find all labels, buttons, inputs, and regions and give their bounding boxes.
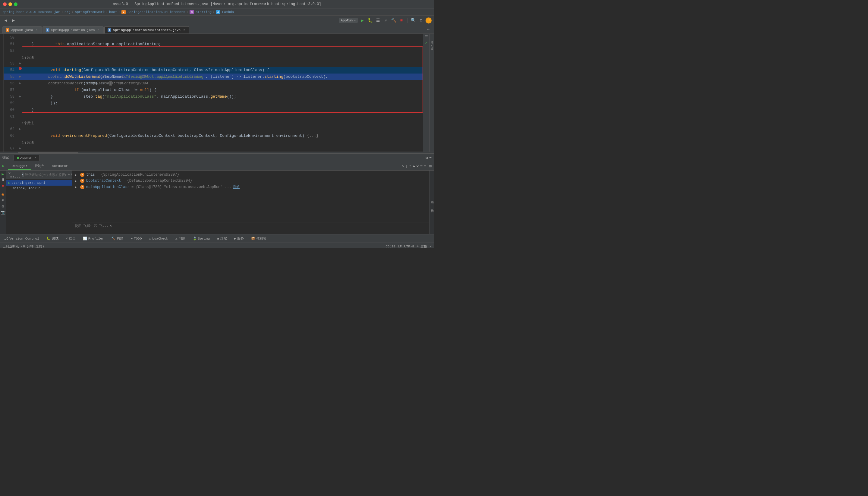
stop-debug-icon[interactable]: ■ <box>2 184 4 188</box>
terminal-btn[interactable]: ▣ 终端 <box>215 236 229 242</box>
structure-label[interactable]: 结构 <box>429 205 434 208</box>
breadcrumb-item-boot[interactable]: boot <box>109 10 117 14</box>
close-button[interactable] <box>3 2 6 6</box>
pause-icon[interactable]: ⏸ <box>1 178 5 182</box>
subtab-actuator[interactable]: Actuator <box>48 163 72 170</box>
run-config-dropdown[interactable]: AppRun ▾ <box>339 18 358 23</box>
tab-close-active[interactable]: × <box>182 28 186 32</box>
version-control-btn[interactable]: ⎇ Version Control <box>2 236 41 241</box>
breadcrumb-item-jar[interactable]: spring-boot-3.0.0-sources.jar <box>2 10 60 14</box>
luacheck-btn[interactable]: ☑ LuaCheck <box>147 236 170 241</box>
code-line-56[interactable]: 56 ▶ if (mainApplicationClass != null) { <box>4 80 423 87</box>
step-into-btn[interactable]: ↓ <box>405 164 407 169</box>
code-line-62[interactable]: 62 ▶ void environmentPrepared(Configurab… <box>4 126 423 133</box>
forward-button[interactable]: ▶ <box>10 17 17 24</box>
debug-session-tab-apprun[interactable]: AppRun × <box>14 155 40 160</box>
var-main-nav[interactable]: 导航 <box>233 185 239 189</box>
evaluate-btn[interactable]: ✕ <box>416 164 419 169</box>
step-out-btn[interactable]: ↑ <box>409 164 411 169</box>
build-bottom-btn[interactable]: 🔨 构建 <box>109 236 125 242</box>
right-editor-gutter: ☰ ✓ <box>423 34 429 152</box>
breadcrumb-item-class[interactable]: SpringApplicationRunListeners <box>127 10 185 14</box>
var-bootstrap-expand[interactable]: ▶ <box>75 179 78 183</box>
todo-btn[interactable]: ≡ TODO <box>129 236 143 241</box>
var-this-expand[interactable]: ▶ <box>75 173 78 177</box>
mute-bp-icon[interactable]: ⊘ <box>2 198 4 203</box>
debug-bottom-btn[interactable]: 🐛 调试 <box>45 236 60 242</box>
code-line-58[interactable]: 58 ▶ } <box>4 93 423 100</box>
services-btn[interactable]: ▶ 服务 <box>232 236 246 242</box>
services-icon: ▶ <box>234 236 236 241</box>
minimize-button[interactable] <box>9 2 12 6</box>
code-editor[interactable]: 50 this.applicationStartup = application… <box>4 34 423 152</box>
spring-btn[interactable]: 🍃 Spring <box>191 236 212 241</box>
code-line-51[interactable]: 51 } <box>4 41 423 48</box>
expand-btn[interactable]: ⊞ <box>429 164 432 169</box>
frames-btn[interactable]: ≡ <box>420 164 422 169</box>
bookmark-icon[interactable]: ☰ <box>425 35 428 40</box>
maximize-button[interactable] <box>14 2 17 6</box>
bookmarks-label[interactable]: 书签 <box>429 197 434 200</box>
breadcrumb-item-springframework[interactable]: springframework <box>75 10 105 14</box>
tab-apprun[interactable]: J AppRun.java × <box>2 26 42 33</box>
session-status-dot <box>17 157 19 159</box>
code-line-60[interactable]: 60 } <box>4 107 423 113</box>
code-line-61[interactable]: 61 <box>4 113 423 120</box>
code-line-57[interactable]: 57 step.tag("mainApplicationClass", main… <box>4 87 423 93</box>
user-button[interactable]: U <box>425 17 432 24</box>
tab-springapprunlisteners[interactable]: J SpringApplicationRunListeners.java × <box>104 26 189 33</box>
vc-icon: ⎇ <box>4 236 8 241</box>
console-close[interactable]: × <box>110 224 112 228</box>
code-line-59[interactable]: 59 }); <box>4 100 423 107</box>
code-line-54[interactable]: 54 doWithListeners(stepName: "spring.boo… <box>4 67 423 74</box>
debug-button[interactable]: 🐛 <box>367 17 373 24</box>
frame-starting[interactable]: ▶ starting:54, Spri <box>6 180 72 186</box>
breadcrumb-item-org[interactable]: org <box>64 10 71 14</box>
tabs-overflow-button[interactable]: ⋯ <box>425 26 432 32</box>
filter-toggle[interactable]: ▾ <box>22 172 24 177</box>
search-button[interactable]: 🔍 <box>410 17 417 24</box>
tab-springapplication[interactable]: J SpringApplication.java × <box>43 26 104 33</box>
watch-add-btn[interactable]: + <box>68 173 70 177</box>
subtab-console[interactable]: 控制台 <box>31 162 48 170</box>
coverage-button[interactable]: ☰ <box>375 17 381 24</box>
code-line-53[interactable]: 53 ▶ void starting(ConfigurableBootstrap… <box>4 60 423 67</box>
tab-close-springapp[interactable]: × <box>97 28 100 32</box>
run-to-cursor-btn[interactable]: ↪ <box>413 164 415 169</box>
threads-btn[interactable]: ≡ <box>424 164 426 169</box>
profile-button[interactable]: ⚡ <box>383 17 389 24</box>
endpoint-label: 端点 <box>69 236 76 241</box>
build-button[interactable]: 🔨 <box>390 17 397 24</box>
capture-icon[interactable]: 📷 <box>1 210 5 215</box>
run-button[interactable]: ▶ <box>359 17 366 24</box>
debug-minimize-icon[interactable]: − <box>429 155 432 160</box>
title-bar: ossa3.0 – SpringApplicationRunListeners.… <box>0 0 434 9</box>
breadcrumb-item-lambda[interactable]: Lambda <box>222 10 234 14</box>
settings2-icon[interactable]: ⚙ <box>2 204 4 209</box>
tab-close-apprun[interactable]: × <box>35 28 38 32</box>
var-this: ▶ f this = {SpringApplicationRunListener… <box>72 172 429 178</box>
debug-settings-icon[interactable]: ⚙ <box>425 155 428 160</box>
resume-icon[interactable]: ▶ <box>2 172 4 176</box>
stop-button[interactable]: ■ <box>398 17 405 24</box>
step-over-btn[interactable]: ↷ <box>401 164 404 169</box>
code-line-50[interactable]: 50 this.applicationStartup = application… <box>4 34 423 41</box>
endpoint-btn[interactable]: ⚡ 端点 <box>64 236 77 242</box>
view-bp-icon[interactable]: ◉ <box>2 192 4 197</box>
breadcrumb-item-method[interactable]: starting <box>196 10 212 14</box>
profiler-btn[interactable]: 📊 Profiler <box>81 236 106 241</box>
watch-input[interactable] <box>25 173 67 176</box>
settings-button[interactable]: ⚙ <box>418 17 424 24</box>
status-lf: LF <box>398 245 402 248</box>
problems-btn[interactable]: ⚠ 问题 <box>174 236 187 242</box>
code-line-55[interactable]: 55 ▶ (step) -> {| <box>4 74 423 80</box>
dependencies-btn[interactable]: 📦 依赖项 <box>249 236 268 242</box>
subtab-debugger[interactable]: Debugger <box>8 163 31 170</box>
back-button[interactable]: ◀ <box>2 17 9 24</box>
frame-main[interactable]: main:9, AppRun <box>6 186 72 191</box>
maven-label[interactable]: Maven <box>430 40 434 51</box>
session-close[interactable]: × <box>35 156 36 159</box>
debug-title: 调试: <box>2 155 11 160</box>
code-line-67[interactable]: 67 ▶ void contextPrepared(ConfigurableAp… <box>4 145 423 152</box>
var-main-expand[interactable]: ▶ <box>75 185 78 189</box>
